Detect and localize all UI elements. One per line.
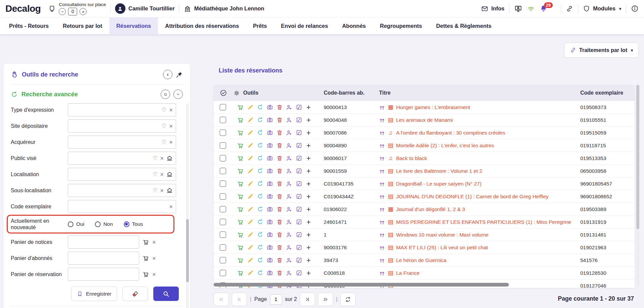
title-link[interactable]: Back to black bbox=[396, 155, 427, 161]
favorites-icon[interactable]: ♡ bbox=[162, 107, 166, 113]
renew-icon[interactable] bbox=[257, 155, 263, 162]
subscriber-icon[interactable] bbox=[286, 168, 292, 174]
nav-tab[interactable]: Abonnés bbox=[335, 17, 373, 34]
row-checkbox[interactable] bbox=[220, 168, 226, 174]
edit-icon[interactable] bbox=[247, 117, 254, 123]
radio-icon[interactable] bbox=[95, 221, 101, 227]
delete-icon[interactable] bbox=[276, 193, 283, 200]
favorites-icon[interactable]: ♡ bbox=[162, 140, 166, 145]
more-icon[interactable] bbox=[305, 117, 312, 123]
renew-icon[interactable] bbox=[257, 232, 263, 238]
cart-icon[interactable] bbox=[143, 239, 149, 246]
delete-icon[interactable] bbox=[276, 142, 283, 149]
row-checkbox[interactable] bbox=[220, 257, 226, 263]
camera-icon[interactable] bbox=[266, 181, 273, 187]
camera-icon[interactable] bbox=[266, 168, 273, 174]
camera-icon[interactable] bbox=[266, 142, 273, 149]
edit-icon[interactable] bbox=[247, 104, 254, 111]
edit-form-icon[interactable] bbox=[296, 117, 302, 123]
add-to-basket-icon[interactable] bbox=[237, 104, 244, 111]
row-checkbox[interactable] bbox=[220, 104, 226, 110]
add-to-basket-icon[interactable] bbox=[237, 168, 244, 174]
camera-icon[interactable] bbox=[266, 130, 273, 136]
pin-icon[interactable] bbox=[176, 71, 183, 78]
clear-search-button[interactable] bbox=[122, 287, 148, 301]
edit-form-icon[interactable] bbox=[296, 244, 302, 251]
add-to-basket-icon[interactable] bbox=[237, 155, 244, 162]
delete-icon[interactable] bbox=[276, 270, 283, 276]
nav-tab[interactable]: Dettes & Règlements bbox=[429, 17, 498, 34]
title-link[interactable]: MISS PEREGRINE ET LES ENFANTS PARTICULIE… bbox=[396, 219, 571, 225]
subscriber-icon[interactable] bbox=[286, 155, 292, 162]
nav-tab[interactable]: Regroupements bbox=[373, 17, 429, 34]
title-link[interactable]: Le héron de Guernica bbox=[396, 257, 446, 263]
notifications-button[interactable]: 29 bbox=[540, 5, 547, 12]
workstation-icon[interactable] bbox=[514, 5, 522, 13]
row-checkbox[interactable] bbox=[220, 219, 226, 225]
subscriber-icon[interactable] bbox=[286, 142, 292, 149]
title-link[interactable]: Le livre des Baltimore : Volume 1 et 2 bbox=[396, 168, 482, 174]
camera-icon[interactable] bbox=[266, 219, 273, 225]
refresh-list-button[interactable] bbox=[340, 293, 356, 306]
edit-icon[interactable] bbox=[247, 181, 254, 187]
delete-icon[interactable] bbox=[276, 244, 283, 251]
page-input[interactable] bbox=[270, 294, 282, 305]
subscriber-icon[interactable] bbox=[286, 270, 292, 276]
edit-form-icon[interactable] bbox=[296, 181, 302, 187]
edit-icon[interactable] bbox=[247, 270, 254, 276]
nav-tab[interactable]: Prêts bbox=[246, 17, 274, 34]
edit-form-icon[interactable] bbox=[296, 193, 302, 200]
subscriber-icon[interactable] bbox=[286, 206, 292, 213]
row-checkbox[interactable] bbox=[220, 193, 226, 200]
add-to-basket-icon[interactable] bbox=[237, 181, 244, 187]
field-input[interactable] bbox=[71, 107, 159, 113]
snapshot-button[interactable] bbox=[161, 90, 170, 99]
previous-page-button[interactable] bbox=[232, 293, 247, 306]
favorites-icon[interactable]: ♡ bbox=[153, 172, 157, 177]
add-to-basket-icon[interactable] bbox=[237, 244, 244, 251]
nav-tab[interactable]: Réservations bbox=[109, 17, 158, 34]
edit-form-icon[interactable] bbox=[296, 130, 302, 136]
delete-icon[interactable] bbox=[276, 104, 283, 111]
title-link[interactable]: JOURNAL D'UN DEGONFLE (1) : Carnet de bo… bbox=[396, 194, 548, 200]
save-search-button[interactable]: Enregistrer bbox=[71, 287, 117, 301]
camera-icon[interactable] bbox=[266, 206, 273, 213]
subscriber-icon[interactable] bbox=[286, 181, 292, 187]
camera-icon[interactable] bbox=[266, 155, 273, 162]
more-icon[interactable] bbox=[305, 257, 312, 264]
title-link[interactable]: A l'ombre du flamboyant : 30 comptines c… bbox=[396, 130, 505, 136]
edit-form-icon[interactable] bbox=[296, 155, 302, 162]
renew-icon[interactable] bbox=[257, 181, 263, 187]
more-icon[interactable] bbox=[305, 130, 312, 136]
edit-form-icon[interactable] bbox=[296, 206, 302, 213]
renew-icon[interactable] bbox=[257, 130, 263, 136]
clear-icon[interactable]: × bbox=[160, 171, 164, 177]
field-input[interactable] bbox=[71, 204, 166, 209]
title-link[interactable]: Hunger games : L'embrasement bbox=[396, 104, 470, 110]
clear-icon[interactable]: × bbox=[169, 107, 173, 113]
field-input[interactable] bbox=[71, 139, 159, 145]
title-link[interactable]: Les animaux de Manami bbox=[396, 117, 453, 123]
more-icon[interactable] bbox=[305, 193, 312, 200]
field-input[interactable] bbox=[71, 123, 159, 129]
cart-icon[interactable] bbox=[143, 255, 149, 262]
delete-icon[interactable] bbox=[276, 219, 283, 225]
renew-icon[interactable] bbox=[257, 168, 263, 174]
clear-icon[interactable]: × bbox=[160, 155, 164, 161]
subscriber-icon[interactable] bbox=[286, 117, 292, 123]
favorites-icon[interactable]: ♡ bbox=[162, 123, 166, 129]
renew-icon[interactable] bbox=[257, 270, 263, 276]
clear-icon[interactable]: × bbox=[169, 123, 173, 129]
delete-icon[interactable] bbox=[276, 155, 283, 162]
title-link[interactable]: La France bbox=[396, 270, 420, 276]
collapse-section-button[interactable] bbox=[173, 90, 183, 99]
subscriber-icon[interactable] bbox=[286, 244, 292, 251]
more-icon[interactable] bbox=[305, 181, 312, 187]
edit-icon[interactable] bbox=[247, 130, 254, 136]
current-user[interactable]: Camille Tourtillier bbox=[115, 3, 175, 14]
nav-tab[interactable]: Envoi de relances bbox=[274, 17, 335, 34]
radio-icon[interactable] bbox=[68, 221, 73, 227]
basket-input[interactable] bbox=[71, 239, 136, 245]
renew-icon[interactable] bbox=[257, 206, 263, 213]
edit-form-icon[interactable] bbox=[296, 104, 302, 111]
